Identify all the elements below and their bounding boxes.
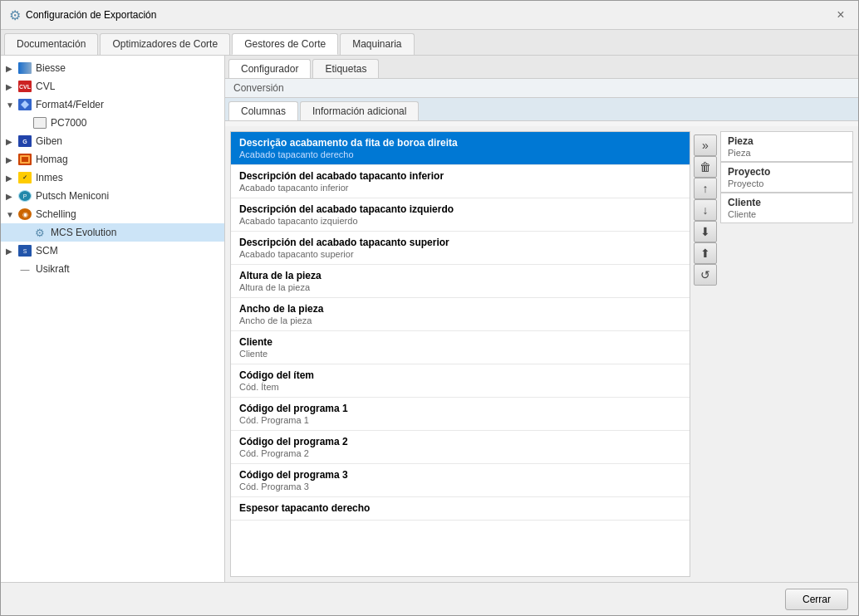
top-tab-1[interactable]: Optimizadores de Corte	[100, 33, 230, 55]
column-subtitle: Cód. Programa 2	[239, 448, 681, 458]
selected-title: Pieza	[728, 135, 846, 147]
column-item-3[interactable]: Descripción del acabado tapacanto superi…	[231, 232, 690, 265]
column-title: Espesor tapacanto derecho	[239, 502, 681, 514]
delete-button[interactable]: 🗑	[694, 156, 717, 178]
inner-tab-1[interactable]: Información adicional	[300, 101, 419, 120]
tree-item-usikraft[interactable]: — Usikraft	[1, 260, 224, 278]
selected-column-1: Proyecto Proyecto	[720, 162, 853, 193]
tree-item-schelling[interactable]: ▼ ◉ Schelling	[1, 205, 224, 223]
column-title: Código del programa 3	[239, 469, 681, 481]
sub-tab-1[interactable]: Etiquetas	[312, 59, 379, 78]
column-title: Descripción del acabado tapacanto superi…	[239, 237, 681, 248]
inner-tab-0[interactable]: Columnas	[228, 101, 298, 120]
usikraft-icon: —	[17, 262, 32, 276]
selected-title: Proyecto	[728, 166, 846, 178]
homag-icon	[17, 153, 32, 166]
tree-label: PC7000	[51, 117, 86, 129]
delete-button-icon: 🗑	[699, 160, 711, 174]
chevron-icon: ▶	[6, 64, 17, 73]
column-item-5[interactable]: Ancho de la pieza Ancho de la pieza	[231, 298, 690, 331]
column-item-9[interactable]: Código del programa 2 Cód. Programa 2	[231, 431, 690, 464]
tree-label: Format4/Felder	[36, 99, 104, 110]
column-title: Descripción del acabado tapacanto izquie…	[239, 203, 681, 215]
column-subtitle: Altura de la pieza	[239, 282, 681, 292]
tree-item-inmes[interactable]: ▶ ✓ Inmes	[1, 169, 224, 187]
column-item-10[interactable]: Código del programa 3 Cód. Programa 3	[231, 464, 690, 497]
tree-item-cvl[interactable]: ▶ CVL CVL	[1, 77, 224, 95]
tree-item-pc7000[interactable]: PC7000	[1, 114, 224, 132]
column-title: Cliente	[239, 336, 681, 348]
column-title: Altura de la pieza	[239, 270, 681, 281]
top-tab-0[interactable]: Documentación	[4, 33, 98, 55]
column-subtitle: Cód. Programa 3	[239, 482, 681, 491]
gear-icon: ⚙	[9, 7, 21, 23]
tree-item-scm[interactable]: ▶ S SCM	[1, 242, 224, 260]
tree-label: CVL	[36, 81, 55, 92]
tree-item-homag[interactable]: ▶ Homag	[1, 150, 224, 169]
selected-column-0: Pieza Pieza	[720, 131, 853, 162]
column-subtitle: Acabado tapacanto superior	[239, 249, 681, 259]
columns-list[interactable]: Descrição acabamento da fita de boroa di…	[230, 131, 690, 577]
column-item-6[interactable]: Cliente Cliente	[231, 331, 690, 364]
close-button-bottom[interactable]: Cerrar	[785, 589, 848, 610]
chevron-icon: ▶	[6, 137, 17, 146]
tree-label: Inmes	[36, 172, 63, 183]
bottom-bar: Cerrar	[1, 582, 858, 615]
tree-label: Usikraft	[36, 263, 70, 275]
column-title: Ancho de la pieza	[239, 303, 681, 315]
move-to-top-button[interactable]: ⬆	[694, 242, 717, 264]
add-all-button[interactable]: »	[694, 134, 717, 156]
tree-item-giben[interactable]: ▶ G Giben	[1, 132, 224, 150]
sub-tabs-container: ConfiguradorEtiquetas	[225, 56, 858, 79]
scm-icon: S	[17, 244, 32, 257]
reset-button[interactable]: ↺	[694, 264, 717, 286]
move-up-button[interactable]: ↑	[694, 178, 717, 199]
selected-columns-area: Pieza Pieza Proyecto Proyecto Cliente Cl…	[720, 131, 853, 577]
columns-area: Descrição acabamento da fita de boroa di…	[230, 131, 853, 577]
column-subtitle: Acabado tapacanto derecho	[239, 149, 681, 159]
main-window: ⚙ Configuración de Exportación × Documen…	[0, 0, 859, 616]
move-to-bottom-button[interactable]: ⬇	[694, 221, 717, 242]
tree-label: Biesse	[36, 62, 66, 74]
column-item-1[interactable]: Descripción del acabado tapacanto inferi…	[231, 165, 690, 198]
tree-label: SCM	[36, 245, 58, 257]
sidebar-tree: ▶ Biesse ▶ CVL CVL ▼ Format4/Felder PC70…	[1, 56, 225, 582]
chevron-icon: ▼	[6, 210, 17, 219]
biesse-icon	[17, 61, 32, 75]
column-item-0[interactable]: Descrição acabamento da fita de boroa di…	[231, 132, 690, 165]
close-button[interactable]: ×	[832, 6, 850, 24]
right-panel: ConfiguradorEtiquetas Conversión Columna…	[225, 56, 858, 582]
top-tab-3[interactable]: Maquinaria	[340, 33, 414, 55]
column-subtitle: Cód. Programa 1	[239, 415, 681, 425]
tree-label: Putsch Meniconi	[36, 190, 109, 202]
chevron-icon: ▶	[6, 192, 17, 201]
column-title: Descripción del acabado tapacanto inferi…	[239, 170, 681, 182]
column-item-11[interactable]: Espesor tapacanto derecho	[231, 497, 690, 521]
move-down-button[interactable]: ↓	[694, 199, 717, 221]
putsch-icon: P	[17, 189, 32, 203]
column-item-4[interactable]: Altura de la pieza Altura de la pieza	[231, 265, 690, 298]
column-subtitle: Cód. Ítem	[239, 382, 681, 392]
tree-item-putsch-meniconi[interactable]: ▶ P Putsch Meniconi	[1, 187, 224, 205]
chevron-icon: ▶	[6, 82, 17, 91]
column-item-7[interactable]: Código del ítem Cód. Ítem	[231, 364, 690, 398]
tree-item-format4/felder[interactable]: ▼ Format4/Felder	[1, 95, 224, 114]
column-title: Código del ítem	[239, 369, 681, 381]
tree-label: Homag	[36, 154, 68, 165]
action-buttons-group: »🗑↑↓⬇⬆↺	[694, 131, 717, 577]
tree-item-mcs-evolution[interactable]: ⚙ MCS Evolution	[1, 223, 224, 242]
sub-tab-0[interactable]: Configurador	[228, 59, 311, 78]
column-item-2[interactable]: Descripción del acabado tapacanto izquie…	[231, 198, 690, 232]
chevron-icon: ▶	[6, 247, 17, 256]
add-all-button-icon: »	[702, 139, 709, 152]
giben-icon: G	[17, 134, 32, 148]
inner-tabs-container: ColumnasInformación adicional	[225, 98, 858, 121]
panel-content: Descrição acabamento da fita de boroa di…	[225, 126, 858, 582]
tree-item-biesse[interactable]: ▶ Biesse	[1, 59, 224, 77]
top-tab-2[interactable]: Gestores de Corte	[232, 33, 338, 55]
selected-subtitle: Proyecto	[728, 178, 846, 188]
window-title: Configuración de Exportación	[26, 9, 156, 21]
top-tabs-container: DocumentaciónOptimizadores de CorteGesto…	[1, 30, 858, 56]
column-item-8[interactable]: Código del programa 1 Cód. Programa 1	[231, 398, 690, 431]
selected-title: Cliente	[728, 197, 846, 208]
